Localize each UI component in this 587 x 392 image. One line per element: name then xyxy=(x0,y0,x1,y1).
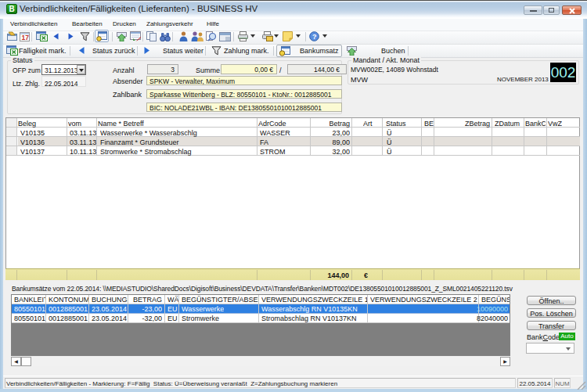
svg-text:17: 17 xyxy=(22,34,30,41)
svg-text:?: ? xyxy=(312,33,317,41)
